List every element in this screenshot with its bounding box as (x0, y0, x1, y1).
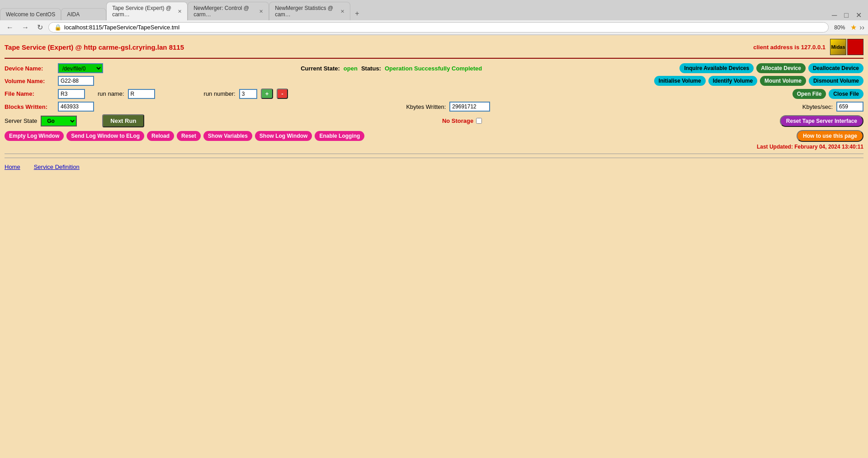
tab-bar: Welcome to CentOS AIDA Tape Service (Exp… (0, 0, 868, 20)
open-file-button[interactable]: Open File (793, 89, 826, 99)
run-number-input[interactable] (239, 89, 257, 99)
kbytes-written-label: Kbytes Written: (406, 103, 446, 110)
row-device-name: Device Name: /dev/file/0 Current State: … (5, 63, 863, 73)
server-state-label: Server State (5, 117, 37, 124)
page-header: Tape Service (Expert) @ http carme-gsl.c… (5, 39, 863, 59)
red-logo (847, 39, 863, 55)
run-name-input[interactable] (128, 89, 155, 99)
no-storage-label: No Storage (442, 117, 473, 124)
blocks-written-input[interactable] (58, 102, 94, 112)
current-state-value: open (344, 65, 358, 72)
logo-box: Midas (830, 39, 863, 55)
tab-label: Tape Service (Expert) @ carm… (112, 5, 175, 18)
empty-log-window-button[interactable]: Empty Log Window (5, 131, 64, 141)
tab-label: AIDA (67, 11, 80, 18)
tab-label: Welcome to CentOS (6, 11, 55, 18)
tab-label: NewMerger Statistics @ cam… (275, 5, 338, 18)
home-link[interactable]: Home (5, 164, 20, 170)
run-name-label: run name: (98, 90, 124, 97)
tab-aida[interactable]: AIDA (61, 8, 106, 20)
enable-logging-button[interactable]: Enable Logging (315, 131, 364, 141)
back-button[interactable]: ← (4, 23, 16, 33)
row-file-name: File Name: run name: run number: + - Ope… (5, 89, 863, 99)
kbytes-sec-label: Kbytes/sec: (802, 103, 833, 110)
form-section: Device Name: /dev/file/0 Current State: … (5, 63, 863, 154)
row-volume-name: Volume Name: Initialise Volume Identify … (5, 76, 863, 86)
client-info: client address is 127.0.0.1 Midas (753, 39, 863, 55)
new-tab-button[interactable]: + (350, 7, 363, 20)
file-name-input[interactable] (58, 89, 85, 99)
minimize-button[interactable]: ─ (829, 10, 840, 20)
reload-button[interactable]: ↻ (34, 22, 46, 33)
file-buttons: Open File Close File (793, 89, 863, 99)
tab-label: NewMerger: Control @ carm… (193, 5, 256, 18)
reload-button-bottom[interactable]: Reload (147, 131, 174, 141)
reset-tape-server-button[interactable]: Reset Tape Server Interface (780, 115, 863, 127)
run-number-label: run number: (204, 90, 236, 97)
kbytes-written-input[interactable] (449, 102, 490, 112)
send-log-window-button[interactable]: Send Log Window to ELog (66, 131, 144, 141)
dismount-volume-button[interactable]: Dismount Volume (809, 76, 863, 86)
device-name-label: Device Name: (5, 65, 54, 72)
reset-button[interactable]: Reset (177, 131, 201, 141)
show-log-window-button[interactable]: Show Log Window (255, 131, 312, 141)
browser-chrome: Welcome to CentOS AIDA Tape Service (Exp… (0, 0, 868, 35)
more-options-icon[interactable]: ›› (859, 23, 864, 32)
url-input[interactable] (64, 24, 823, 31)
device-buttons: Inquire Available Devices Allocate Devic… (679, 63, 863, 73)
nav-bar: ← → ↻ 🔒 80% ★ ›› (0, 20, 868, 35)
close-file-button[interactable]: Close File (829, 89, 863, 99)
midas-logo: Midas (830, 39, 846, 55)
address-bar: 🔒 (48, 22, 829, 33)
service-definition-link[interactable]: Service Definition (34, 164, 80, 170)
forward-button[interactable]: → (19, 23, 32, 33)
security-icon: 🔒 (54, 24, 61, 31)
row-blocks-written: Blocks Written: Kbytes Written: Kbytes/s… (5, 102, 863, 112)
blocks-written-label: Blocks Written: (5, 103, 54, 110)
server-state-select[interactable]: Go (41, 116, 77, 126)
no-storage-checkbox[interactable] (476, 118, 482, 124)
bottom-buttons: Empty Log Window Send Log Window to ELog… (5, 130, 863, 142)
row-server-state: Server State Go Next Run No Storage Rese… (5, 114, 863, 127)
run-number-decrement-button[interactable]: - (277, 89, 288, 99)
show-variables-button[interactable]: Show Variables (203, 131, 252, 141)
links-section: Home Service Definition (5, 164, 863, 170)
no-storage-section: No Storage (442, 117, 482, 124)
initialise-volume-button[interactable]: Initialise Volume (654, 76, 706, 86)
run-number-increment-button[interactable]: + (261, 89, 274, 99)
tab-close-icon[interactable]: ✕ (340, 9, 344, 14)
tab-close-icon[interactable]: ✕ (259, 9, 263, 14)
page-content: Tape Service (Expert) @ http carme-gsl.c… (0, 35, 868, 442)
separator (5, 158, 863, 158)
next-run-button[interactable]: Next Run (102, 114, 144, 127)
allocate-device-button[interactable]: Allocate Device (756, 63, 806, 73)
status-section: Current State: open Status: Operation Su… (107, 65, 676, 72)
zoom-level: 80% (831, 23, 848, 32)
tab-welcome[interactable]: Welcome to CentOS (0, 8, 61, 20)
kbytes-sec-input[interactable] (836, 102, 863, 112)
tab-newmerger-stats[interactable]: NewMerger Statistics @ cam… ✕ (269, 2, 350, 20)
file-name-label: File Name: (5, 90, 54, 97)
status-label: Status: (361, 65, 381, 72)
tab-tape-service[interactable]: Tape Service (Expert) @ carm… ✕ (106, 2, 188, 20)
last-updated: Last Updated: February 04, 2024 13:40:11 (5, 144, 863, 150)
tab-newmerger-control[interactable]: NewMerger: Control @ carm… ✕ (188, 2, 269, 20)
status-value: Operation Successfully Completed (385, 65, 482, 72)
client-address: client address is 127.0.0.1 (753, 44, 826, 51)
how-to-use-button[interactable]: How to use this page (797, 130, 863, 142)
close-window-button[interactable]: ✕ (853, 10, 864, 20)
bookmark-icon[interactable]: ★ (850, 23, 857, 32)
volume-name-input[interactable] (58, 76, 94, 86)
device-name-select[interactable]: /dev/file/0 (58, 63, 103, 73)
identify-volume-button[interactable]: Identify Volume (708, 76, 757, 86)
mount-volume-button[interactable]: Mount Volume (760, 76, 806, 86)
volume-name-label: Volume Name: (5, 78, 54, 84)
current-state-label: Current State: (301, 65, 340, 72)
volume-buttons: Initialise Volume Identify Volume Mount … (654, 76, 863, 86)
restore-button[interactable]: □ (841, 10, 851, 20)
tab-close-icon[interactable]: ✕ (178, 9, 182, 14)
inquire-available-devices-button[interactable]: Inquire Available Devices (679, 63, 754, 73)
deallocate-device-button[interactable]: Deallocate Device (808, 63, 863, 73)
page-title: Tape Service (Expert) @ http carme-gsl.c… (5, 43, 184, 51)
